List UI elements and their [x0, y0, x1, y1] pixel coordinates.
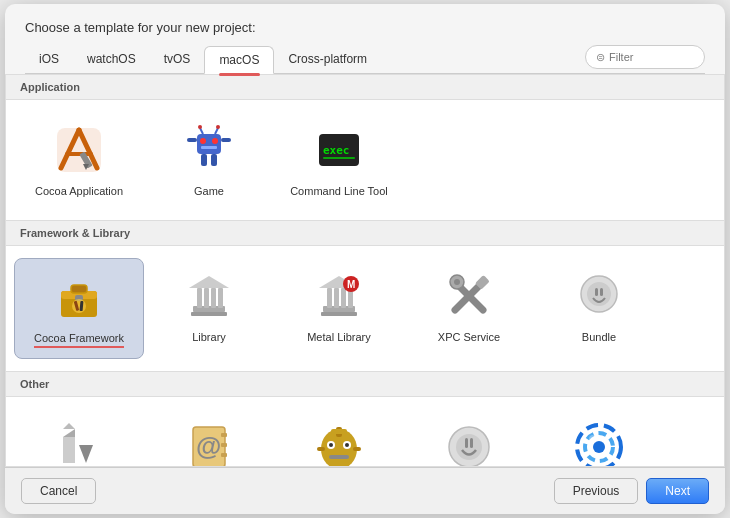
dialog-footer: Cancel Previous Next — [5, 467, 725, 514]
other-grid: Droplet @ Address Book Plug- — [6, 397, 724, 467]
svg-point-7 — [200, 138, 206, 144]
previous-button[interactable]: Previous — [554, 478, 639, 504]
item-bundle-label: Bundle — [582, 330, 616, 344]
cocoa-framework-icon — [51, 269, 107, 325]
tab-ios[interactable]: iOS — [25, 46, 73, 72]
automator-icon — [311, 419, 367, 467]
item-game-label: Game — [194, 184, 224, 198]
svg-rect-37 — [327, 288, 332, 308]
item-library-label: Library — [192, 330, 226, 344]
svg-rect-36 — [321, 312, 357, 316]
item-cocoa-framework[interactable]: Cocoa Framework — [14, 258, 144, 358]
svg-rect-30 — [197, 288, 202, 308]
svg-point-79 — [593, 441, 605, 453]
svg-rect-32 — [211, 288, 216, 308]
item-xpc-label: XPC Service — [438, 330, 500, 344]
svg-marker-54 — [63, 429, 75, 437]
svg-marker-53 — [63, 437, 75, 463]
svg-rect-33 — [218, 288, 223, 308]
svg-marker-34 — [189, 276, 229, 288]
svg-text:M: M — [347, 279, 355, 290]
item-ios-on-macos[interactable]: iOS App on macOS — [534, 409, 664, 467]
item-automator[interactable]: Automator Action — [274, 409, 404, 467]
application-grid: Cocoa Application — [6, 100, 724, 220]
svg-marker-56 — [79, 445, 93, 463]
svg-text:exec: exec — [323, 144, 350, 157]
section-header-framework: Framework & Library — [6, 220, 724, 246]
dialog-title: Choose a template for your new project: — [25, 20, 705, 35]
svg-point-47 — [454, 279, 460, 285]
svg-rect-29 — [191, 312, 227, 316]
next-button[interactable]: Next — [646, 478, 709, 504]
item-plugin[interactable]: Plug-in — [404, 409, 534, 467]
svg-rect-14 — [201, 154, 207, 166]
xpc-icon — [441, 268, 497, 324]
svg-rect-15 — [211, 154, 217, 166]
item-xpc-service[interactable]: XPC Service — [404, 258, 534, 358]
cmd-icon: exec — [311, 122, 367, 178]
dialog-header: Choose a template for your new project: … — [5, 4, 725, 74]
svg-rect-52 — [600, 288, 603, 296]
svg-point-25 — [72, 299, 86, 313]
content-area: Application Coco — [5, 74, 725, 467]
svg-point-66 — [329, 443, 333, 447]
item-address-book[interactable]: @ Address Book Plug-in — [144, 409, 274, 467]
tab-macos[interactable]: macOS — [204, 46, 274, 74]
item-metal-library-label: Metal Library — [307, 330, 371, 344]
item-cmd-label: Command Line Tool — [290, 184, 388, 198]
item-library[interactable]: Library — [144, 258, 274, 358]
game-icon — [181, 122, 237, 178]
filter-icon: ⊜ — [596, 51, 605, 64]
svg-rect-9 — [201, 146, 217, 149]
item-cocoa-framework-label: Cocoa Framework — [34, 331, 124, 347]
metal-library-icon: M — [311, 268, 367, 324]
cocoa-app-icon — [51, 122, 107, 178]
svg-rect-17 — [221, 138, 231, 142]
svg-marker-55 — [63, 423, 75, 429]
svg-rect-60 — [221, 433, 227, 437]
framework-grid: Cocoa Framework — [6, 246, 724, 370]
svg-rect-62 — [221, 453, 227, 457]
svg-rect-20 — [323, 157, 355, 159]
ios-on-macos-icon — [571, 419, 627, 467]
svg-text:@: @ — [196, 431, 221, 461]
item-game[interactable]: Game — [144, 112, 274, 208]
svg-rect-70 — [331, 429, 347, 434]
filter-box[interactable]: ⊜ — [585, 45, 705, 69]
svg-point-67 — [345, 443, 349, 447]
tab-cross-platform[interactable]: Cross-platform — [274, 46, 381, 72]
svg-rect-61 — [221, 443, 227, 447]
bundle-icon — [571, 268, 627, 324]
svg-point-80 — [589, 435, 597, 443]
svg-rect-76 — [470, 438, 473, 448]
svg-rect-16 — [187, 138, 197, 142]
section-header-application: Application — [6, 75, 724, 100]
tab-bar: iOS watchOS tvOS macOS Cross-platform ⊜ — [25, 45, 705, 74]
new-project-dialog: Choose a template for your new project: … — [5, 4, 725, 514]
cancel-button[interactable]: Cancel — [21, 478, 96, 504]
item-command-line-tool[interactable]: exec Command Line Tool — [274, 112, 404, 208]
tab-watchos[interactable]: watchOS — [73, 46, 150, 72]
svg-point-74 — [456, 434, 482, 460]
section-header-other: Other — [6, 371, 724, 397]
svg-rect-31 — [204, 288, 209, 308]
svg-rect-71 — [317, 447, 325, 451]
svg-rect-6 — [197, 134, 221, 154]
item-cocoa-app-label: Cocoa Application — [35, 184, 123, 198]
filter-input[interactable] — [609, 51, 689, 63]
svg-point-8 — [212, 138, 218, 144]
plugin-icon — [441, 419, 497, 467]
svg-rect-38 — [334, 288, 339, 308]
tab-tvos[interactable]: tvOS — [150, 46, 205, 72]
svg-rect-68 — [329, 455, 349, 459]
item-droplet[interactable]: Droplet — [14, 409, 144, 467]
svg-rect-51 — [595, 288, 598, 296]
item-metal-library[interactable]: M Metal Library — [274, 258, 404, 358]
droplet-icon — [51, 419, 107, 467]
svg-rect-72 — [353, 447, 361, 451]
nav-buttons: Previous Next — [554, 478, 709, 504]
svg-rect-23 — [71, 285, 87, 293]
item-bundle[interactable]: Bundle — [534, 258, 664, 358]
svg-rect-75 — [465, 438, 468, 448]
item-cocoa-app[interactable]: Cocoa Application — [14, 112, 144, 208]
